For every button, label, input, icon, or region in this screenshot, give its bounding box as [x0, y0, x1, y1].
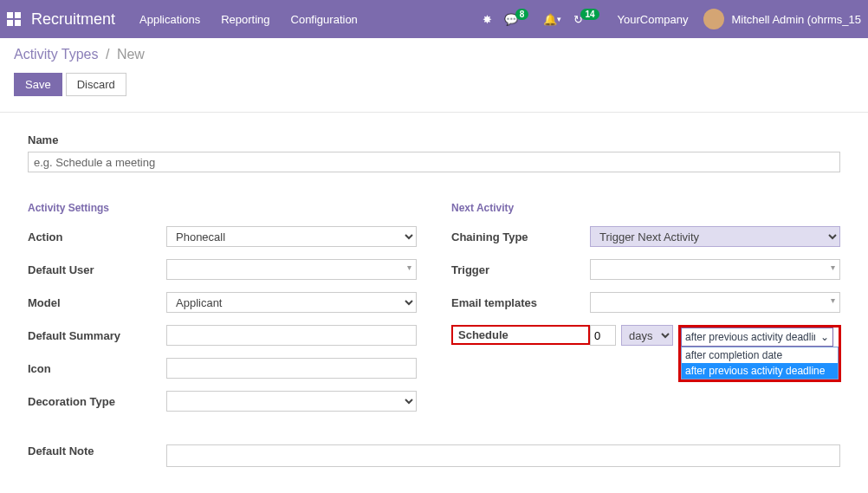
company-switcher[interactable]: YourCompany	[618, 13, 689, 26]
chevron-down-icon: ⌄	[820, 331, 829, 343]
bell-icon[interactable]: 🔔▾	[543, 13, 561, 26]
breadcrumb-root[interactable]: Activity Types	[14, 47, 99, 62]
name-field[interactable]	[28, 152, 840, 172]
form-sheet: Name Activity Settings Action Phonecall …	[0, 112, 868, 488]
default-note-field[interactable]	[166, 444, 840, 467]
model-select[interactable]: Applicant	[166, 292, 417, 313]
label-decoration-type: Decoration Type	[28, 395, 166, 408]
label-default-summary: Default Summary	[28, 329, 166, 342]
dropdown-opt-previous-deadline[interactable]: after previous activity deadline	[682, 363, 838, 379]
user-menu[interactable]: Mitchell Admin (ohrms_15	[731, 13, 861, 26]
activity-icon[interactable]: ↻14	[573, 13, 601, 26]
default-summary-field[interactable]	[166, 325, 417, 346]
label-icon-field: Icon	[28, 362, 166, 375]
label-default-user: Default User	[28, 263, 166, 276]
label-model: Model	[28, 296, 166, 309]
schedule-unit-select[interactable]: days	[621, 325, 673, 346]
nav-applications[interactable]: Applications	[139, 13, 200, 26]
decoration-type-select[interactable]	[166, 391, 417, 412]
trigger-field[interactable]	[590, 259, 840, 280]
bug-icon[interactable]: ✸	[483, 13, 492, 26]
email-templates-field[interactable]	[590, 292, 840, 313]
avatar[interactable]	[703, 9, 724, 29]
chaining-type-select[interactable]: Trigger Next Activity	[590, 226, 840, 247]
label-default-note: Default Note	[28, 444, 166, 457]
name-label: Name	[28, 133, 840, 146]
label-action: Action	[28, 230, 166, 243]
action-select[interactable]: Phonecall	[166, 226, 417, 247]
app-brand[interactable]: Recruitment	[31, 10, 115, 29]
schedule-from-highlight: after previous activity deadline ⌄ after…	[678, 325, 841, 382]
label-trigger: Trigger	[451, 263, 590, 276]
breadcrumb: Activity Types / New	[14, 47, 854, 62]
messages-icon[interactable]: 💬8	[504, 13, 532, 26]
save-button[interactable]: Save	[14, 73, 62, 96]
section-next-activity: Next Activity	[451, 202, 840, 214]
nav-reporting[interactable]: Reporting	[221, 13, 269, 26]
schedule-from-select[interactable]: after previous activity deadline ⌄	[681, 328, 833, 347]
default-user-field[interactable]	[166, 259, 417, 280]
dropdown-opt-completion[interactable]: after completion date	[682, 347, 838, 363]
top-navbar: Recruitment Applications Reporting Confi…	[0, 0, 868, 38]
schedule-number[interactable]	[590, 325, 616, 346]
section-activity-settings: Activity Settings	[28, 202, 417, 214]
breadcrumb-current: New	[117, 47, 145, 62]
nav-configuration[interactable]: Configuration	[291, 13, 358, 26]
apps-icon[interactable]	[7, 12, 21, 26]
schedule-from-dropdown: after completion date after previous act…	[681, 347, 839, 379]
label-schedule: Schedule	[451, 325, 590, 345]
label-email-templates: Email templates	[451, 296, 590, 309]
discard-button[interactable]: Discard	[66, 73, 126, 96]
label-chaining-type: Chaining Type	[451, 230, 590, 243]
icon-field[interactable]	[166, 358, 417, 379]
